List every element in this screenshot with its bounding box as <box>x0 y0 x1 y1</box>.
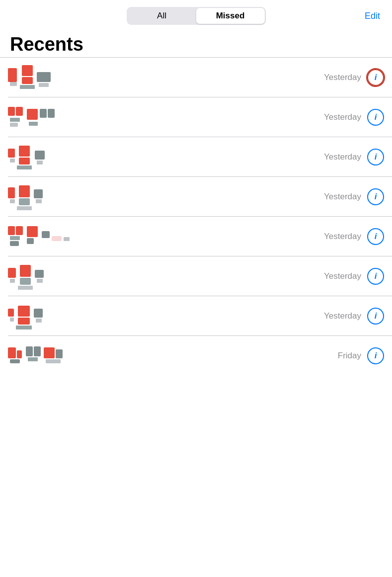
svg-rect-23 <box>10 199 15 203</box>
svg-rect-17 <box>19 146 30 157</box>
svg-rect-6 <box>39 83 49 87</box>
svg-rect-52 <box>8 347 16 358</box>
svg-rect-14 <box>29 122 38 126</box>
info-button[interactable]: i <box>367 149 384 165</box>
svg-rect-43 <box>35 270 44 278</box>
svg-rect-53 <box>17 350 22 358</box>
svg-rect-38 <box>8 268 16 278</box>
top-bar: All Missed Edit <box>0 0 392 30</box>
list-item: Yesterday i <box>0 58 392 97</box>
svg-rect-15 <box>8 149 15 158</box>
contact-art <box>8 182 127 211</box>
svg-rect-18 <box>19 158 30 165</box>
svg-rect-56 <box>34 346 41 356</box>
right-side: Friday i <box>127 347 384 364</box>
timestamp: Yesterday <box>324 112 361 122</box>
svg-rect-47 <box>18 306 30 317</box>
info-button[interactable]: i <box>367 308 384 325</box>
contact-art <box>8 143 127 171</box>
right-side: Yesterday i <box>127 69 384 86</box>
info-button[interactable]: i <box>367 268 384 285</box>
svg-rect-37 <box>64 237 70 241</box>
info-button[interactable]: i <box>367 109 384 126</box>
svg-rect-30 <box>16 226 23 235</box>
svg-rect-7 <box>8 107 15 116</box>
svg-rect-13 <box>48 109 55 118</box>
svg-rect-58 <box>44 347 55 358</box>
segment-control: All Missed <box>127 7 266 25</box>
svg-rect-41 <box>20 278 31 285</box>
svg-rect-9 <box>10 118 20 122</box>
svg-rect-24 <box>19 185 30 197</box>
svg-rect-40 <box>20 265 31 277</box>
svg-rect-22 <box>8 187 15 198</box>
svg-rect-20 <box>35 151 45 160</box>
svg-rect-16 <box>10 159 15 163</box>
svg-rect-19 <box>17 165 32 169</box>
svg-rect-48 <box>18 318 30 325</box>
svg-rect-26 <box>17 206 32 210</box>
svg-rect-4 <box>20 85 35 89</box>
svg-rect-5 <box>37 72 51 82</box>
list-item: Yesterday i <box>0 137 392 177</box>
svg-rect-60 <box>46 359 61 363</box>
svg-rect-45 <box>8 309 14 317</box>
timestamp: Yesterday <box>324 152 361 162</box>
list-item: Yesterday i <box>0 97 392 137</box>
svg-rect-36 <box>52 236 62 241</box>
contact-art <box>8 262 127 291</box>
svg-rect-49 <box>16 326 32 330</box>
svg-rect-46 <box>10 318 14 322</box>
list-item: Yesterday i <box>0 217 392 256</box>
svg-rect-33 <box>27 226 38 237</box>
timestamp: Yesterday <box>324 73 361 82</box>
contact-art <box>8 222 127 251</box>
svg-rect-51 <box>36 319 42 323</box>
svg-rect-28 <box>36 199 42 203</box>
info-button[interactable]: i <box>367 228 384 245</box>
svg-rect-29 <box>8 226 15 235</box>
list-item: Yesterday i <box>0 296 392 336</box>
svg-rect-31 <box>10 236 20 240</box>
svg-rect-8 <box>16 107 23 116</box>
segment-missed[interactable]: Missed <box>196 8 265 24</box>
svg-rect-44 <box>37 279 43 283</box>
contact-art <box>8 63 127 92</box>
list-item: Yesterday i <box>0 177 392 217</box>
right-side: Yesterday i <box>127 268 384 285</box>
info-button[interactable]: i <box>367 69 384 86</box>
right-side: Yesterday i <box>127 149 384 165</box>
list-item: Yesterday i <box>0 256 392 296</box>
svg-rect-50 <box>34 309 43 318</box>
contact-art <box>8 103 127 132</box>
page-title: Recents <box>0 30 392 57</box>
svg-rect-27 <box>34 189 43 198</box>
svg-rect-55 <box>26 346 33 356</box>
list-item: Friday i <box>0 336 392 376</box>
timestamp: Yesterday <box>324 232 361 242</box>
right-side: Yesterday i <box>127 228 384 245</box>
timestamp: Yesterday <box>324 271 361 281</box>
svg-rect-10 <box>10 123 18 127</box>
right-side: Yesterday i <box>127 308 384 325</box>
svg-rect-3 <box>22 77 33 84</box>
svg-rect-0 <box>8 68 17 82</box>
svg-rect-59 <box>56 349 63 358</box>
timestamp: Yesterday <box>324 311 361 321</box>
info-button[interactable]: i <box>367 188 384 205</box>
edit-button[interactable]: Edit <box>365 11 380 21</box>
recents-list: Yesterday i Yesterday i <box>0 58 392 376</box>
timestamp: Yesterday <box>324 192 361 202</box>
right-side: Yesterday i <box>127 188 384 205</box>
svg-rect-34 <box>27 238 34 244</box>
svg-rect-39 <box>10 279 15 283</box>
svg-rect-35 <box>42 231 50 238</box>
contact-art <box>8 302 127 330</box>
svg-rect-1 <box>10 82 17 86</box>
svg-rect-21 <box>37 161 43 165</box>
info-button[interactable]: i <box>367 347 384 364</box>
timestamp: Friday <box>338 351 361 361</box>
svg-rect-42 <box>18 286 33 290</box>
segment-all[interactable]: All <box>128 8 196 24</box>
svg-rect-54 <box>10 359 20 363</box>
